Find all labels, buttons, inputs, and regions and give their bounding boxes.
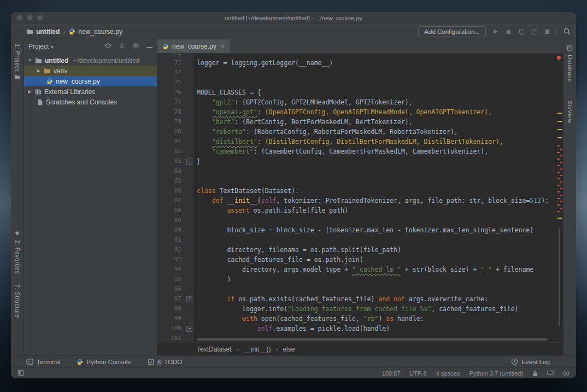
error-stripe-mark[interactable] [560, 195, 562, 196]
line-number[interactable]: 101 [157, 334, 187, 342]
line-number[interactable]: 87 [157, 196, 187, 206]
add-configuration-button[interactable]: Add Configuration... [418, 26, 486, 37]
code-line[interactable]: 94 directory, args.model_type + "_cached… [157, 265, 563, 274]
breadcrumb-method[interactable]: __init__() [243, 346, 271, 353]
code-line[interactable]: 72 [157, 54, 563, 58]
fold-marker[interactable] [187, 156, 193, 166]
profiler-button[interactable] [531, 28, 538, 35]
error-stripe-mark[interactable] [557, 191, 560, 192]
error-stripe-mark[interactable] [557, 165, 560, 166]
code-line[interactable]: 85 [157, 176, 563, 186]
minimize-window-button[interactable] [27, 15, 33, 21]
tool-button-favorites[interactable]: ★ 2: Favorites [11, 230, 24, 274]
code-line[interactable]: 91 [157, 235, 563, 245]
code-line[interactable]: 89 [157, 215, 563, 225]
code-editor[interactable]: 7273logger = logging.getLogger(__name__)… [157, 54, 563, 342]
tool-button-terminal[interactable]: Terminal [26, 359, 60, 365]
error-stripe-mark[interactable] [557, 198, 560, 199]
tree-item-external-libraries[interactable]: ▶ External Libraries [24, 86, 157, 97]
error-stripe-mark[interactable] [557, 172, 560, 173]
caret-position[interactable]: 108:87 [382, 370, 401, 377]
line-number[interactable]: 99 [157, 314, 187, 324]
chevron-right-icon[interactable]: ▶ [36, 68, 41, 73]
error-stripe-mark[interactable] [557, 129, 562, 130]
line-number[interactable]: 88 [157, 206, 187, 215]
project-view-selector[interactable]: Project ▾ [28, 43, 54, 50]
line-number[interactable]: 98 [157, 304, 187, 314]
error-stripe-mark[interactable] [560, 188, 562, 189]
indent-style[interactable]: 4 spaces [436, 370, 460, 377]
code-line[interactable]: 78 "openai-gpt": (OpenAIGPTConfig, OpenA… [157, 107, 563, 117]
line-number[interactable]: 91 [157, 235, 187, 245]
tool-button-python-console[interactable]: Python Console [77, 359, 131, 365]
code-line[interactable]: 87 def __init__(self, tokenizer: PreTrai… [157, 196, 563, 206]
tool-button-sciview[interactable]: SciView [563, 101, 576, 124]
breadcrumb-branch[interactable]: else [283, 346, 295, 353]
monitor-icon[interactable] [547, 370, 554, 377]
code-line[interactable]: 83} [157, 156, 563, 166]
line-number[interactable]: 85 [157, 176, 187, 186]
close-tab-icon[interactable]: × [221, 43, 225, 50]
code-line[interactable]: 90 block_size = block_size - (tokenizer.… [157, 225, 563, 235]
code-line[interactable]: 86class TextDataset(Dataset): [157, 186, 563, 196]
code-line[interactable]: 101 [157, 334, 563, 342]
window-titlebar[interactable]: untitled [~/development/untitled] - .../… [11, 12, 576, 24]
line-number[interactable]: 76 [157, 87, 187, 97]
gear-icon[interactable] [132, 42, 139, 51]
error-stripe-mark[interactable] [560, 208, 562, 209]
close-window-button[interactable] [16, 15, 22, 21]
line-number[interactable]: 95 [157, 274, 187, 284]
line-number[interactable]: 96 [157, 284, 187, 294]
error-stripe-mark[interactable] [560, 201, 562, 202]
line-number[interactable]: 94 [157, 265, 187, 274]
event-log-button[interactable]: Event Log [511, 358, 550, 365]
tab-new-course[interactable]: new_course.py × [157, 39, 230, 53]
tree-item-new-course[interactable]: new_course.py [24, 76, 157, 86]
locate-file-button[interactable] [104, 42, 111, 51]
file-encoding[interactable]: UTF-8 [409, 370, 426, 377]
inspections-indicator[interactable] [557, 56, 561, 60]
code-line[interactable]: 77 "gpt2": (GPT2Config, GPT2LMHeadModel,… [157, 97, 563, 107]
line-number[interactable]: 90 [157, 225, 187, 235]
line-number[interactable]: 82 [157, 147, 187, 156]
error-stripe-mark[interactable] [557, 145, 560, 147]
line-number[interactable]: 83 [157, 156, 187, 166]
line-number[interactable]: 79 [157, 117, 187, 127]
fold-marker[interactable] [187, 294, 193, 304]
chevron-down-icon[interactable]: ▼ [27, 58, 32, 63]
tool-button-database[interactable]: Database [563, 45, 576, 82]
code-line[interactable]: 88 assert os.path.isfile(file_path) [157, 206, 563, 215]
background-tasks-icon[interactable] [563, 370, 570, 377]
code-line[interactable]: 74 [157, 68, 563, 78]
error-stripe-mark[interactable] [560, 162, 562, 163]
error-stripe-mark[interactable] [560, 175, 562, 176]
hide-panel-button[interactable] [146, 43, 152, 50]
line-number[interactable]: 92 [157, 245, 187, 255]
code-line[interactable]: 98 logger.info("Loading features from ca… [157, 304, 563, 314]
stop-button[interactable] [544, 29, 550, 34]
error-stripe-mark[interactable] [557, 204, 560, 206]
fold-marker[interactable] [187, 324, 193, 334]
error-stripe[interactable] [555, 54, 563, 342]
horizontal-scrollbar[interactable] [197, 338, 548, 341]
zoom-window-button[interactable] [37, 15, 43, 21]
line-number[interactable]: 86 [157, 186, 187, 196]
tool-button-project[interactable]: 1: Project [11, 44, 24, 79]
error-stripe-mark[interactable] [557, 121, 562, 122]
code-line[interactable]: 84 [157, 166, 563, 176]
code-line[interactable]: 81 "distilbert": (DistilBertConfig, Dist… [157, 137, 563, 147]
code-line[interactable]: 80 "roberta": (RobertaConfig, RobertaFor… [157, 127, 563, 137]
debug-button[interactable] [505, 28, 512, 35]
line-number[interactable]: 81 [157, 137, 187, 147]
tool-window-switcher-icon[interactable] [17, 370, 24, 377]
error-stripe-mark[interactable] [560, 149, 562, 150]
breadcrumb-file[interactable]: new_course.py [78, 28, 122, 36]
breadcrumb-project[interactable]: untitled [36, 28, 60, 36]
error-stripe-mark[interactable] [557, 211, 560, 212]
line-number[interactable]: 77 [157, 97, 187, 107]
breadcrumb-class[interactable]: TextDataset [197, 346, 231, 353]
line-number[interactable]: 74 [157, 68, 187, 78]
lock-icon[interactable] [532, 370, 538, 377]
python-interpreter[interactable]: Python 3.7 (untitled) [469, 370, 523, 377]
error-stripe-mark[interactable] [560, 182, 562, 183]
